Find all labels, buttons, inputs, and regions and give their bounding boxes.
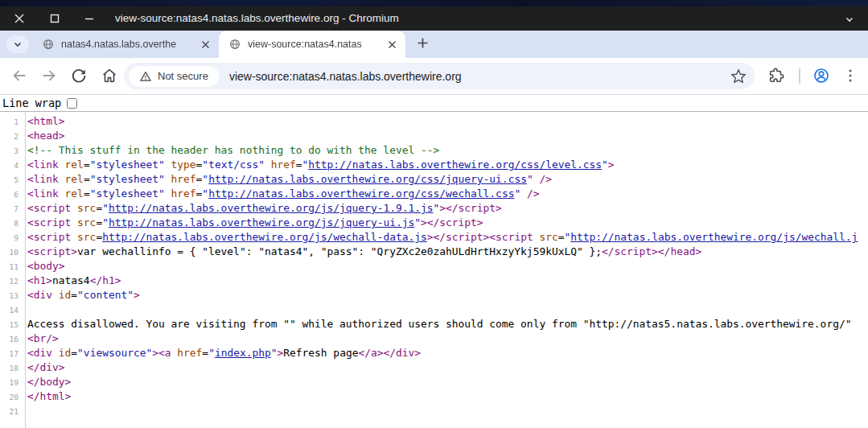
- profile-button[interactable]: [812, 67, 830, 84]
- tab-close-button[interactable]: [198, 37, 212, 51]
- source-link[interactable]: http://natas.labs.overthewire.org/js/wec…: [570, 231, 858, 243]
- source-token: <script: [27, 216, 71, 228]
- source-line: 6 <link rel="stylesheet" href="http://na…: [0, 187, 868, 201]
- line-code: <script src=http://natas.labs.overthewir…: [22, 230, 868, 245]
- window-maximize-button[interactable]: [48, 12, 61, 25]
- line-number: 3: [0, 143, 22, 158]
- back-arrow-icon: [10, 67, 28, 84]
- back-button[interactable]: [10, 67, 28, 84]
- line-code: </div>: [22, 360, 868, 375]
- line-code: <script>var wechallinfo = { "level": "na…: [22, 245, 868, 259]
- line-code: <script src="http://natas.labs.overthewi…: [22, 201, 868, 216]
- source-line: 9 <script src=http://natas.labs.overthew…: [0, 230, 868, 245]
- browser-tab[interactable]: view-source:natas4.natas: [219, 31, 405, 58]
- source-token: </div>: [27, 361, 65, 373]
- profile-avatar-icon: [812, 67, 830, 84]
- source-link[interactable]: http://natas.labs.overthewire.org/css/jq…: [208, 173, 527, 185]
- window-minimize-button[interactable]: [83, 12, 96, 25]
- source-link[interactable]: index.php: [215, 347, 271, 359]
- source-token: [52, 347, 59, 359]
- forward-button[interactable]: [40, 67, 58, 84]
- line-number: 1: [0, 114, 22, 129]
- browser-window: view-source:natas4.natas.labs.overthewir…: [0, 0, 868, 428]
- new-tab-button[interactable]: [413, 34, 431, 51]
- source-token: =: [96, 202, 102, 214]
- browser-menu-button[interactable]: [841, 67, 859, 84]
- source-link[interactable]: http://natas.labs.overthewire.org/css/le…: [308, 158, 602, 171]
- source-link[interactable]: http://natas.labs.overthewire.org/js/wec…: [102, 231, 427, 243]
- source-token: [52, 289, 59, 301]
- source-token: ": [202, 187, 208, 200]
- line-number: 5: [0, 172, 22, 187]
- source-link[interactable]: http://natas.labs.overthewire.org/js/jqu…: [109, 202, 434, 214]
- line-code: <head>: [22, 129, 868, 143]
- tab-close-button[interactable]: [385, 37, 399, 51]
- source-token: <head>: [27, 130, 65, 142]
- star-icon: [730, 68, 747, 84]
- source-token: [520, 187, 527, 200]
- source-token: <link: [27, 158, 59, 171]
- security-chip[interactable]: Not secure: [129, 66, 219, 87]
- reload-icon: [70, 67, 88, 84]
- source-token: rel: [65, 173, 84, 185]
- source-token: <div: [27, 347, 52, 359]
- line-number: 15: [0, 317, 22, 331]
- line-wrap-checkbox[interactable]: [67, 98, 77, 109]
- source-link[interactable]: http://natas.labs.overthewire.org/css/we…: [208, 187, 514, 200]
- tab-title: view-source:natas4.natas: [248, 39, 385, 50]
- source-line: 2 <head>: [0, 129, 868, 143]
- source-token: </h1>: [90, 274, 121, 286]
- extensions-button[interactable]: [767, 67, 785, 84]
- source-token: </body>: [27, 376, 71, 388]
- source-line: 1 <html>: [0, 114, 868, 129]
- three-dot-menu-icon: [841, 67, 859, 84]
- source-token: href: [177, 347, 202, 359]
- window-close-button[interactable]: [13, 12, 26, 25]
- line-number: 20: [0, 389, 22, 404]
- close-icon: [201, 40, 210, 49]
- source-token: <link: [27, 187, 59, 200]
- tab-search-button[interactable]: [6, 35, 29, 53]
- source-token: ": [208, 347, 215, 359]
- source-line: 16 <br/>: [0, 331, 868, 346]
- source-line: 15 Access disallowed. You are visiting f…: [0, 317, 868, 331]
- source-token: <html>: [27, 115, 65, 127]
- browser-tab[interactable]: natas4.natas.labs.overthe: [32, 31, 219, 58]
- reload-button[interactable]: [70, 67, 88, 84]
- line-number: 16: [0, 331, 22, 346]
- source-token: =: [71, 347, 77, 359]
- source-token: type: [171, 158, 196, 171]
- source-token: ": [527, 173, 533, 185]
- line-code: <link rel="stylesheet" type="text/css" h…: [22, 158, 868, 172]
- address-bar[interactable]: Not secure view-source:natas4.natas.labs…: [124, 63, 755, 89]
- line-number: 19: [0, 375, 22, 389]
- line-code: <div id="viewsource"><a href="index.php"…: [22, 346, 868, 360]
- source-token: ": [414, 216, 421, 228]
- source-token: href: [171, 187, 196, 200]
- minimize-icon: [83, 12, 96, 25]
- window-title: view-source:natas4.natas.labs.overthewir…: [115, 6, 399, 31]
- source-token: <script: [27, 231, 71, 243]
- source-link[interactable]: http://natas.labs.overthewire.org/js/jqu…: [109, 216, 414, 228]
- home-button[interactable]: [101, 67, 118, 84]
- tab-strip: natas4.natas.labs.overthe view-source:na…: [0, 31, 868, 58]
- line-number: 13: [0, 288, 22, 302]
- source-token: <h1>: [27, 274, 52, 286]
- bookmark-button[interactable]: [730, 68, 747, 84]
- source-token: ><a: [152, 347, 171, 359]
- source-token: >: [608, 158, 615, 171]
- source-token: />: [527, 187, 540, 200]
- source-token: Access disallowed. You are visiting from…: [27, 318, 851, 330]
- line-code: <html>: [22, 114, 868, 129]
- line-code: [22, 404, 868, 418]
- titlebar-menu-button[interactable]: [844, 14, 855, 25]
- source-token: =: [96, 216, 102, 228]
- source-token: "stylesheet": [90, 158, 165, 171]
- line-code: <script src="http://natas.labs.overthewi…: [22, 216, 868, 230]
- line-code: </body>: [22, 375, 868, 389]
- source-line: 10 <script>var wechallinfo = { "level": …: [0, 245, 868, 259]
- line-code: <body>: [22, 259, 868, 274]
- source-token: <!-- This stuff in the header has nothin…: [27, 144, 439, 156]
- line-code: <link rel="stylesheet" href="http://nata…: [22, 172, 868, 187]
- source-line: 21: [0, 404, 868, 418]
